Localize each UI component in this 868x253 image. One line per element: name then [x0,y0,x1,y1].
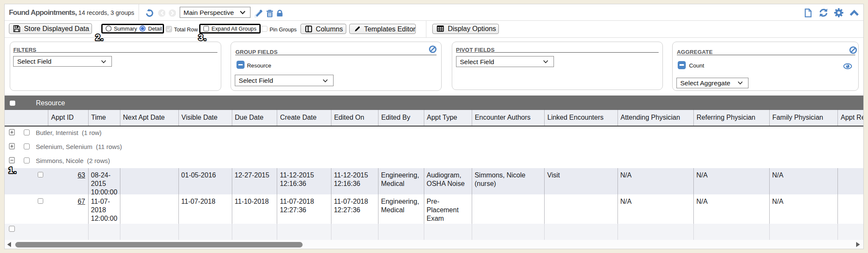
svg-text:2.: 2. [95,33,104,42]
svg-text:3.: 3. [198,33,207,42]
svg-text:1.: 1. [8,165,17,175]
